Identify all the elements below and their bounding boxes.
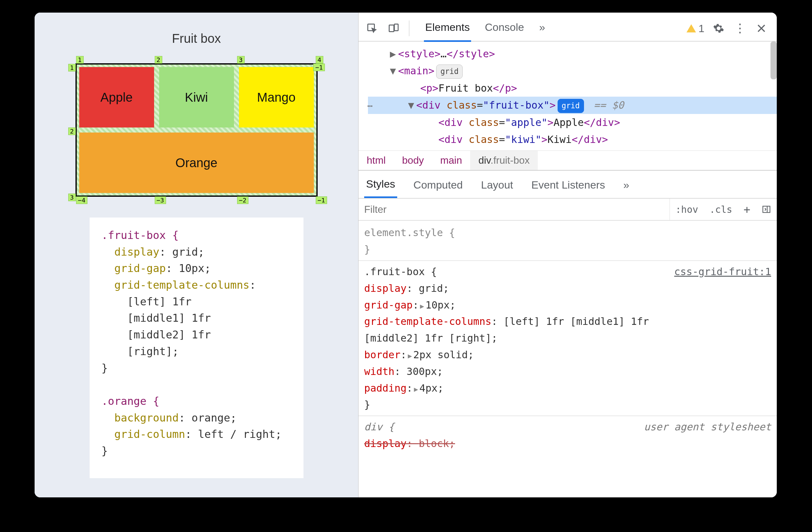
cell-apple[interactable]: Apple (79, 67, 154, 127)
decl-prop[interactable]: width (364, 365, 394, 377)
decl-prop: display (364, 437, 407, 449)
close-icon[interactable] (754, 21, 769, 36)
fruit-box-grid[interactable]: Apple Kiwi Mango Orange (75, 63, 318, 197)
rendered-page-panel: Fruit box 1 2 3 4 −1 1 2 3 −4 −3 −2 −1 A… (34, 13, 359, 498)
decl-val[interactable]: [left] 1fr [middle1] 1fr (504, 316, 649, 327)
toggle-sidebar-icon[interactable] (756, 199, 777, 220)
decl-val: block (419, 437, 449, 449)
tab-more[interactable]: » (538, 15, 546, 42)
css-prop: display (114, 246, 159, 258)
rule-selector[interactable]: .fruit-box { (364, 264, 437, 280)
device-toggle-icon[interactable] (386, 21, 401, 36)
expand-arrow-icon[interactable]: ▶ (414, 385, 418, 393)
decl-val[interactable]: 10px (425, 299, 450, 311)
decl-prop[interactable]: padding (364, 382, 407, 394)
tab-console[interactable]: Console (484, 15, 525, 42)
grid-col-neg-1: −1 (316, 196, 327, 204)
decl-prop[interactable]: display (364, 282, 407, 294)
decl-prop[interactable]: grid-template-columns (364, 316, 492, 327)
decl-val[interactable]: [middle2] 1fr [right] (364, 332, 492, 344)
svg-rect-2 (394, 24, 398, 31)
decl-prop[interactable]: border (364, 349, 401, 361)
expand-arrow-icon[interactable]: ▶ (420, 302, 424, 310)
rule-decl-cont[interactable]: [middle2] 1fr [right]; (364, 330, 771, 347)
toolbar-divider (409, 20, 409, 36)
subtab-computed[interactable]: Computed (412, 176, 465, 197)
hov-toggle[interactable]: :hov (670, 199, 704, 220)
dom-attrv: "apple" (505, 116, 548, 128)
css-val: 10px (179, 262, 204, 275)
grid-badge-active[interactable]: grid (557, 99, 584, 113)
grid-col-label-1: 1 (76, 56, 84, 64)
grid-col-label-4: 4 (316, 56, 323, 64)
scrollbar-thumb[interactable] (770, 42, 777, 79)
breadcrumb-body[interactable]: body (394, 151, 432, 170)
cls-toggle[interactable]: .cls (704, 199, 738, 220)
dom-tree[interactable]: ▶<style>…</style> ▼<main>grid <p>Fruit b… (359, 42, 777, 151)
cell-mango[interactable]: Mango (239, 67, 314, 127)
element-style-head[interactable]: element.style { (364, 224, 771, 241)
dom-tag: </div> (584, 116, 620, 128)
rule-source-link[interactable]: css-grid-fruit:1 (674, 264, 771, 280)
breadcrumb-main[interactable]: main (432, 151, 470, 170)
css-sel-1: .fruit-box { (102, 229, 179, 241)
breadcrumb-div-fruit-box[interactable]: div.fruit-box (470, 151, 538, 170)
rule-decl[interactable]: border:▶2px solid; (364, 347, 771, 363)
user-agent-rule-head: div { user agent stylesheet (364, 419, 771, 435)
devtools-tabs: Elements Console » (424, 15, 546, 42)
dom-line[interactable]: <div class="apple">Apple</div> (368, 114, 777, 131)
subtab-event-listeners[interactable]: Event Listeners (530, 176, 607, 197)
grid-col-neg-2: −2 (237, 196, 248, 204)
styles-filter-input[interactable] (359, 199, 670, 220)
grid-row-label-1: 1 (68, 64, 76, 71)
rule-source-label: user agent stylesheet (644, 419, 771, 435)
rule-decl[interactable]: grid-template-columns: [left] 1fr [middl… (364, 313, 771, 330)
grid-col-label-2: 2 (155, 56, 162, 64)
decl-val[interactable]: 300px (407, 365, 437, 377)
styles-subtabs: Styles Computed Layout Event Listeners » (359, 171, 777, 199)
dom-txt: … (440, 48, 447, 60)
dom-line[interactable]: <div class="kiwi">Kiwi</div> (368, 131, 777, 148)
css-val: [middle2] 1fr (127, 328, 211, 341)
styles-rules[interactable]: element.style { } .fruit-box { css-grid-… (359, 221, 777, 456)
breadcrumb: html body main div.fruit-box (359, 151, 777, 171)
svg-rect-1 (389, 25, 394, 32)
grid-overlay-wrap: 1 2 3 4 −1 1 2 3 −4 −3 −2 −1 Apple Kiwi … (67, 55, 326, 205)
subtab-more[interactable]: » (621, 176, 631, 197)
rule-decl[interactable]: display: grid; (364, 280, 771, 297)
dom-line[interactable]: ▼<main>grid (368, 62, 777, 79)
dom-line[interactable]: <p>Fruit box</p> (368, 80, 777, 97)
kebab-menu-icon[interactable]: ⋮ (733, 21, 747, 36)
decl-val[interactable]: 4px (419, 382, 437, 394)
css-val: orange (191, 411, 230, 424)
decl-val[interactable]: grid (419, 282, 443, 294)
selected-node-marker: == $0 (588, 99, 624, 111)
new-style-rule-icon[interactable]: + (738, 199, 756, 220)
dom-line-selected[interactable]: ▼<div class="fruit-box">grid == $0 (368, 97, 777, 114)
rule-decl[interactable]: width: 300px; (364, 363, 771, 380)
dom-attr: class (468, 134, 499, 145)
expand-arrow-icon[interactable]: ▶ (408, 352, 412, 360)
subtab-layout[interactable]: Layout (479, 176, 515, 197)
warning-badge[interactable]: 1 (686, 22, 705, 34)
rule-decl[interactable]: grid-gap:▶10px; (364, 297, 771, 313)
dom-line[interactable]: ▶<style>…</style> (368, 45, 777, 62)
rule-decl-overridden[interactable]: display: block; (364, 435, 771, 452)
rule-decl[interactable]: padding:▶4px; (364, 380, 771, 397)
dom-attr: class (468, 116, 499, 128)
cell-orange[interactable]: Orange (79, 132, 314, 193)
settings-gear-icon[interactable] (711, 21, 726, 36)
dom-tag: </div> (572, 134, 608, 145)
grid-col-neg-4: −4 (76, 196, 87, 204)
rule-head-fruit-box[interactable]: .fruit-box { css-grid-fruit:1 (364, 264, 771, 280)
subtab-styles[interactable]: Styles (364, 175, 397, 198)
breadcrumb-html[interactable]: html (359, 151, 394, 170)
css-prop: background (114, 411, 179, 424)
decl-prop[interactable]: grid-gap (364, 299, 412, 311)
cell-kiwi[interactable]: Kiwi (159, 67, 234, 127)
inspect-element-icon[interactable] (365, 21, 379, 36)
warning-icon (686, 24, 696, 32)
tab-elements[interactable]: Elements (424, 15, 471, 42)
decl-val[interactable]: 2px solid (413, 349, 468, 361)
grid-badge[interactable]: grid (436, 65, 463, 79)
